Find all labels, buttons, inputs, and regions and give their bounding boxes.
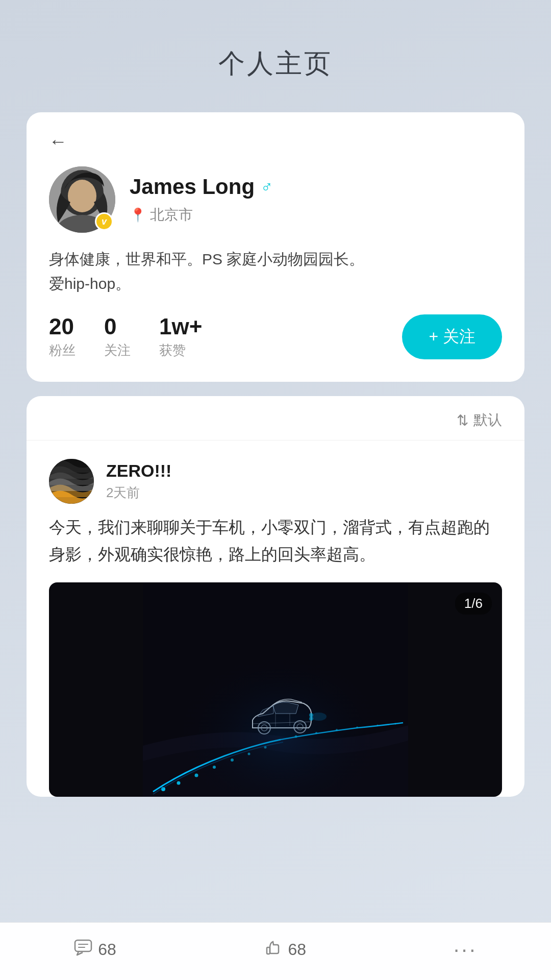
post-time: 2天前 — [106, 484, 171, 502]
location-row: 📍 北京市 — [130, 205, 502, 225]
post-item: ZERO!!! 2天前 今天，我们来聊聊关于车机，小零双门，溜背式，有点超跑的身… — [27, 440, 524, 797]
user-details: James Long ♂ 📍 北京市 — [130, 175, 502, 225]
like-icon — [263, 938, 283, 962]
user-info-row: v James Long ♂ 📍 北京市 — [49, 166, 502, 233]
likes-number: 1w+ — [159, 314, 202, 339]
location-text: 北京市 — [150, 205, 193, 225]
fans-label: 粉丝 — [49, 341, 76, 359]
following-number: 0 — [104, 314, 116, 339]
feed-sort-row: ⇅ 默认 — [27, 396, 524, 440]
more-action[interactable]: ··· — [454, 937, 478, 962]
post-author-avatar — [49, 459, 94, 504]
avatar-wrap: v — [49, 166, 115, 233]
like-count: 68 — [288, 940, 306, 959]
svg-rect-30 — [75, 940, 91, 951]
gender-icon: ♂ — [261, 178, 273, 197]
svg-rect-29 — [143, 582, 408, 797]
feed-card: ⇅ 默认 ZERO! — [27, 396, 524, 797]
username-row: James Long ♂ — [130, 175, 502, 199]
comment-icon — [73, 938, 93, 962]
sort-icon[interactable]: ⇅ — [457, 412, 468, 429]
post-author-name: ZERO!!! — [106, 461, 171, 481]
post-content: 今天，我们来聊聊关于车机，小零双门，溜背式，有点超跑的身影，外观确实很惊艳，路上… — [49, 514, 502, 568]
post-meta: ZERO!!! 2天前 — [106, 461, 171, 502]
bottom-bar: 68 68 ··· — [0, 922, 551, 980]
follow-button[interactable]: + 关注 — [402, 314, 502, 359]
verified-badge: v — [95, 212, 113, 231]
post-header: ZERO!!! 2天前 — [49, 459, 502, 504]
stats-follow-row: 20 粉丝 0 关注 1w+ 获赞 + 关注 — [49, 314, 502, 359]
svg-rect-33 — [267, 947, 270, 954]
stat-following: 0 关注 — [104, 314, 131, 359]
image-counter: 1/6 — [455, 593, 492, 615]
stat-likes: 1w+ 获赞 — [159, 314, 202, 359]
page-title: 个人主页 — [0, 0, 551, 112]
back-button[interactable]: ← — [49, 131, 67, 152]
post-image-wrap[interactable]: 1/6 — [49, 582, 502, 797]
like-action[interactable]: 68 — [263, 938, 306, 962]
more-icon: ··· — [454, 937, 478, 962]
likes-label: 获赞 — [159, 341, 186, 359]
following-label: 关注 — [104, 341, 131, 359]
location-pin-icon: 📍 — [130, 207, 146, 223]
comment-count: 68 — [98, 940, 116, 959]
svg-point-2 — [68, 180, 96, 212]
stat-fans: 20 粉丝 — [49, 314, 76, 359]
sort-label[interactable]: 默认 — [473, 410, 502, 430]
post-image: 1/6 — [49, 582, 502, 797]
bio: 身体健康，世界和平。PS 家庭小动物园园长。 爱hip-hop。 — [49, 247, 502, 296]
page-container: 个人主页 ← — [0, 0, 551, 980]
username: James Long — [130, 175, 255, 199]
comment-action[interactable]: 68 — [73, 938, 116, 962]
fans-number: 20 — [49, 314, 74, 339]
profile-card: ← — [27, 112, 524, 382]
